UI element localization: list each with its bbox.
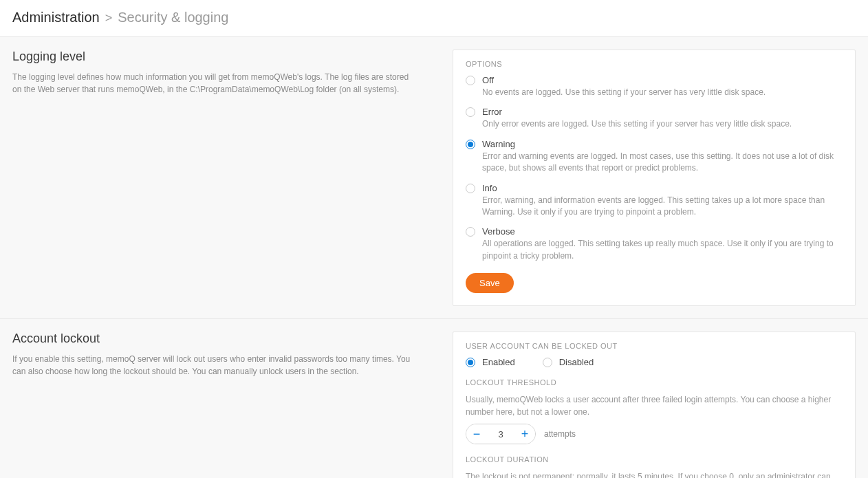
lockout-enabled[interactable]: Enabled [466, 357, 515, 367]
option-desc: Only error events are logged. Use this s… [482, 118, 843, 130]
duration-label: LOCKOUT DURATION [466, 455, 843, 464]
option-label: Info [482, 183, 843, 193]
option-label: Error [482, 107, 843, 117]
logging-options-panel: OPTIONS Off No events are logged. Use th… [453, 50, 856, 306]
decrement-button[interactable]: − [466, 424, 487, 444]
disabled-label: Disabled [559, 357, 594, 367]
option-label: Off [482, 75, 843, 85]
logging-description: The logging level defines how much infor… [12, 71, 411, 96]
save-button[interactable]: Save [466, 273, 514, 293]
radio-icon[interactable] [466, 76, 475, 85]
radio-icon[interactable] [466, 227, 475, 237]
options-label: OPTIONS [466, 60, 843, 68]
threshold-label: LOCKOUT THRESHOLD [466, 378, 843, 387]
page-header: Administration > Security & logging [0, 0, 868, 37]
increment-button[interactable]: + [514, 424, 535, 444]
enable-label: USER ACCOUNT CAN BE LOCKED OUT [466, 342, 843, 350]
enabled-label: Enabled [482, 357, 515, 367]
radio-icon[interactable] [466, 107, 475, 117]
radio-icon[interactable] [543, 358, 552, 367]
chevron-right-icon: > [105, 11, 113, 25]
option-desc: Error, warning, and information events a… [482, 195, 843, 219]
breadcrumb-root[interactable]: Administration [12, 10, 100, 25]
option-desc: All operations are logged. This setting … [482, 238, 843, 262]
option-verbose[interactable]: Verbose All operations are logged. This … [466, 226, 843, 269]
radio-icon[interactable] [466, 184, 475, 193]
lockout-panel: USER ACCOUNT CAN BE LOCKED OUT Enabled D… [453, 332, 856, 478]
option-error[interactable]: Error Only error events are logged. Use … [466, 107, 843, 137]
radio-icon[interactable] [466, 140, 475, 149]
option-off[interactable]: Off No events are logged. Use this setti… [466, 75, 843, 105]
breadcrumb: Administration > Security & logging [12, 10, 856, 25]
option-info[interactable]: Info Error, warning, and information eve… [466, 183, 843, 226]
option-label: Verbose [482, 226, 843, 237]
threshold-desc: Usually, memoQWeb locks a user account a… [466, 393, 843, 418]
option-warning[interactable]: Warning Error and warning events are log… [466, 139, 843, 182]
option-desc: Error and warning events are logged. In … [482, 151, 843, 175]
lockout-title: Account lockout [12, 332, 425, 346]
lockout-disabled[interactable]: Disabled [543, 357, 594, 367]
radio-icon[interactable] [466, 358, 475, 367]
duration-desc: The lockout is not permanent: normally, … [466, 470, 843, 478]
threshold-value: 3 [487, 429, 514, 439]
threshold-stepper: − 3 + [466, 424, 536, 444]
threshold-unit: attempts [544, 429, 576, 439]
option-label: Warning [482, 139, 843, 149]
breadcrumb-leaf: Security & logging [118, 10, 228, 25]
logging-title: Logging level [12, 50, 425, 64]
lockout-description: If you enable this setting, memoQ server… [12, 353, 411, 378]
option-desc: No events are logged. Use this setting i… [482, 87, 843, 98]
section-account-lockout: Account lockout If you enable this setti… [0, 318, 868, 478]
section-logging-level: Logging level The logging level defines … [0, 37, 868, 318]
